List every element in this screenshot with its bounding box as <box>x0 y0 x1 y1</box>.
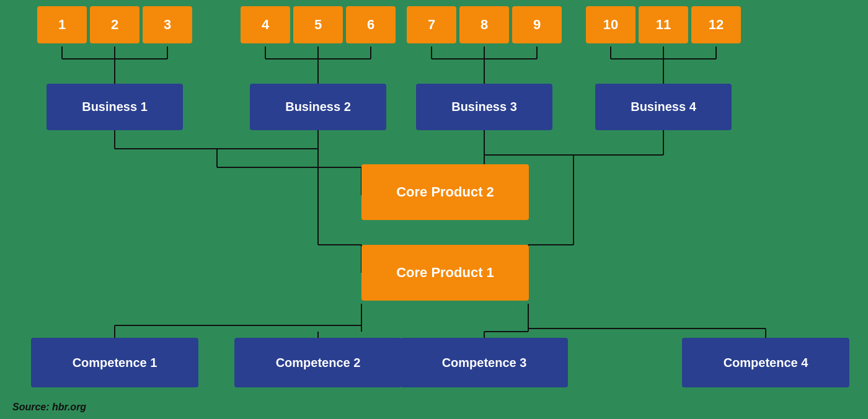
core-product-2: Core Product 2 <box>361 164 529 220</box>
competence-2: Competence 2 <box>234 338 402 387</box>
source-value: hbr.org <box>52 402 86 412</box>
source-citation: Source: hbr.org <box>12 402 86 413</box>
number-node-8: 8 <box>459 6 509 43</box>
number-node-5: 5 <box>293 6 343 43</box>
business-unit-2: Business 2 <box>250 84 386 130</box>
core-product-1: Core Product 1 <box>361 245 529 301</box>
number-node-4: 4 <box>241 6 290 43</box>
competence-3: Competence 3 <box>401 338 568 387</box>
business-unit-4: Business 4 <box>595 84 732 130</box>
number-node-9: 9 <box>512 6 562 43</box>
number-node-1: 1 <box>37 6 87 43</box>
number-node-7: 7 <box>407 6 456 43</box>
number-node-3: 3 <box>143 6 192 43</box>
number-node-10: 10 <box>586 6 636 43</box>
number-node-2: 2 <box>90 6 140 43</box>
number-node-12: 12 <box>691 6 741 43</box>
business-unit-1: Business 1 <box>46 84 183 130</box>
number-node-6: 6 <box>346 6 396 43</box>
number-node-11: 11 <box>639 6 688 43</box>
competence-4: Competence 4 <box>682 338 849 387</box>
diagram-container: 1 2 3 4 5 6 7 8 9 10 11 12 Business 1 Bu… <box>0 0 868 419</box>
competence-1: Competence 1 <box>31 338 198 387</box>
business-unit-3: Business 3 <box>416 84 552 130</box>
source-label: Source: <box>12 402 50 412</box>
